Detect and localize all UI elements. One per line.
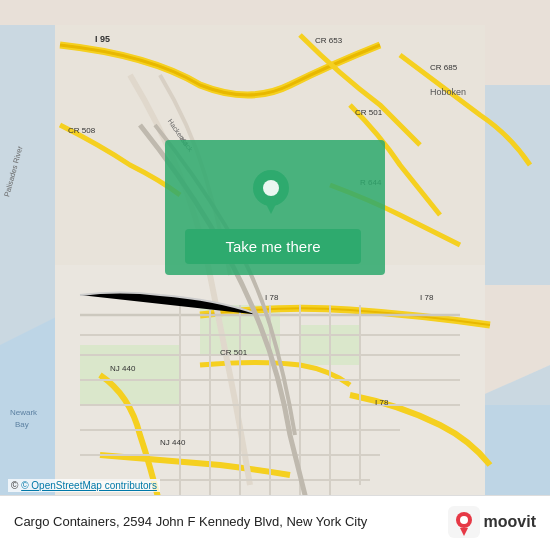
- osm-attribution: © © OpenStreetMap contributors: [8, 479, 160, 492]
- svg-text:CR 653: CR 653: [315, 36, 343, 45]
- svg-text:Newark: Newark: [10, 408, 38, 417]
- info-bar: Cargo Containers, 2594 John F Kennedy Bl…: [0, 495, 550, 550]
- map-container: I 95 CR 653 CR 685 CR 508 CR 501 R 644 H…: [0, 0, 550, 550]
- svg-marker-46: [263, 198, 279, 214]
- moovit-logo: moovit: [448, 506, 536, 538]
- svg-text:I 78: I 78: [375, 398, 389, 407]
- svg-text:CR 501: CR 501: [355, 108, 383, 117]
- map-pin: [253, 170, 289, 218]
- moovit-brand-text: moovit: [484, 513, 536, 531]
- svg-text:I 78: I 78: [420, 293, 434, 302]
- take-me-there-button[interactable]: Take me there: [185, 229, 361, 264]
- svg-text:CR 685: CR 685: [430, 63, 458, 72]
- svg-text:CR 508: CR 508: [68, 126, 96, 135]
- moovit-icon: [448, 506, 480, 538]
- svg-text:CR 501: CR 501: [220, 348, 248, 357]
- svg-text:NJ 440: NJ 440: [160, 438, 186, 447]
- svg-text:Hoboken: Hoboken: [430, 87, 466, 97]
- osm-link[interactable]: © OpenStreetMap contributors: [21, 480, 157, 491]
- svg-text:I 95: I 95: [95, 34, 110, 44]
- osm-copyright: ©: [11, 480, 21, 491]
- location-address: Cargo Containers, 2594 John F Kennedy Bl…: [14, 514, 448, 531]
- svg-text:I 78: I 78: [265, 293, 279, 302]
- svg-point-49: [460, 516, 468, 524]
- svg-rect-1: [480, 85, 550, 285]
- map-svg: I 95 CR 653 CR 685 CR 508 CR 501 R 644 H…: [0, 0, 550, 550]
- svg-text:Bay: Bay: [15, 420, 29, 429]
- svg-point-45: [263, 180, 279, 196]
- svg-text:NJ 440: NJ 440: [110, 364, 136, 373]
